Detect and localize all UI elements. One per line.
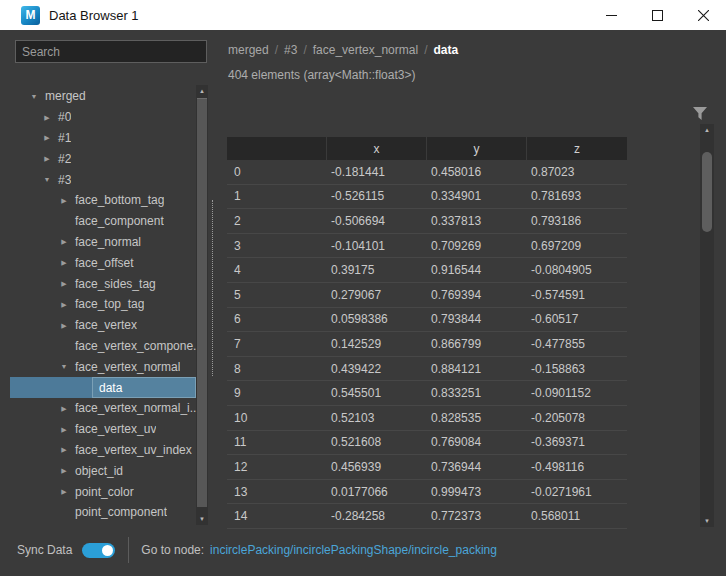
search-input[interactable] [15,40,207,63]
chevron-collapsed-icon[interactable]: ▶ [55,488,73,495]
chevron-collapsed-icon[interactable]: ▶ [38,134,56,141]
column-header-z[interactable]: z [527,137,627,160]
tree-item-face-vertex[interactable]: ▶face_vertex [10,315,196,336]
scroll-down-icon[interactable]: ▼ [196,513,208,525]
breadcrumb-segment[interactable]: data [433,43,458,57]
chevron-collapsed-icon[interactable]: ▶ [55,197,73,204]
tree-item-face-offset[interactable]: ▶face_offset [10,252,196,273]
close-button[interactable] [680,0,726,30]
chevron-collapsed-icon[interactable]: ▶ [55,322,73,329]
tree-item-face-component[interactable]: face_component [10,211,196,232]
tree-item-face-normal[interactable]: ▶face_normal [10,232,196,253]
tree-item-face-vertex-normal-i[interactable]: ▶face_vertex_normal_i... [10,398,196,419]
tree-item-label: face_bottom_tag [73,193,164,207]
chevron-collapsed-icon[interactable]: ▶ [38,114,56,121]
table-row[interactable]: 60.05983860.793844-0.60517 [227,308,627,333]
filter-icon[interactable] [690,104,710,124]
value-cell: -0.369371 [527,435,627,449]
tree-item-face-vertex-uv[interactable]: ▶face_vertex_uv [10,419,196,440]
tree-item-merged[interactable]: ▼merged [10,86,196,107]
table-row[interactable]: 90.5455010.833251-0.0901152 [227,381,627,406]
maximize-button[interactable] [634,0,680,30]
table-row[interactable]: 2-0.5066940.3378130.793186 [227,209,627,234]
table-row[interactable]: 50.2790670.769394-0.574591 [227,283,627,308]
value-cell: 0.87023 [527,165,627,179]
tree-scrollbar[interactable]: ▲ ▼ [196,85,208,525]
table-row[interactable]: 100.521030.828535-0.205078 [227,406,627,431]
table-row[interactable]: 130.01770660.999473-0.0271961 [227,480,627,505]
chevron-collapsed-icon[interactable]: ▶ [55,467,73,474]
column-header-y[interactable]: y [427,137,527,160]
tree-item-face-bottom-tag[interactable]: ▶face_bottom_tag [10,190,196,211]
chevron-collapsed-icon[interactable]: ▶ [55,238,73,245]
chevron-collapsed-icon[interactable]: ▶ [55,259,73,266]
tree-scrollbar-thumb[interactable] [197,98,207,507]
scroll-down-icon[interactable]: ▼ [700,515,714,527]
value-cell: 0.793186 [527,214,627,228]
value-cell: -0.574591 [527,288,627,302]
tree-item-object-id[interactable]: ▶object_id [10,460,196,481]
tree-item-label: #1 [56,131,71,145]
table-row[interactable]: 110.5216080.769084-0.369371 [227,431,627,456]
breadcrumb-segment[interactable]: #3 [284,43,297,57]
scroll-up-icon[interactable]: ▲ [196,85,208,97]
value-cell: 0.39175 [327,263,427,277]
tree-item-face-vertex-compone[interactable]: face_vertex_compone... [10,336,196,357]
value-cell: 0.828535 [427,411,527,425]
chevron-collapsed-icon[interactable]: ▶ [55,405,73,412]
chevron-collapsed-icon[interactable]: ▶ [38,155,56,162]
tree-item-point-color[interactable]: ▶point_color [10,481,196,502]
table-scrollbar[interactable]: ▲ ▼ [700,124,714,527]
table-row[interactable]: 14-0.2842580.7723730.568011 [227,504,627,529]
tree-item-#0[interactable]: ▶#0 [10,107,196,128]
panel-splitter[interactable] [212,200,213,376]
column-header-x[interactable]: x [327,137,427,160]
tree-item-#1[interactable]: ▶#1 [10,128,196,149]
column-header-index[interactable] [227,137,327,160]
tree-item-face-sides-tag[interactable]: ▶face_sides_tag [10,273,196,294]
minimize-icon [606,10,617,21]
tree-item-#2[interactable]: ▶#2 [10,148,196,169]
row-index-cell: 7 [227,337,327,351]
row-index-cell: 5 [227,288,327,302]
row-index-cell: 8 [227,362,327,376]
table-row[interactable]: 1-0.5261150.3349010.781693 [227,185,627,210]
minimize-button[interactable] [588,0,634,30]
breadcrumb-segment[interactable]: merged [228,43,269,57]
tree-item-face-vertex-uv-index[interactable]: ▶face_vertex_uv_index [10,440,196,461]
tree-item-label: face_vertex_normal_i... [73,401,196,415]
tree-item-point-component[interactable]: point_component [10,502,196,523]
element-count: 404 elements (array<Math::float3>) [228,68,415,82]
tree-item-data[interactable]: data [10,377,196,398]
table-row[interactable]: 40.391750.916544-0.0804905 [227,258,627,283]
table-scrollbar-thumb[interactable] [702,152,712,232]
table-row[interactable]: 3-0.1041010.7092690.697209 [227,234,627,259]
chevron-collapsed-icon[interactable]: ▶ [55,280,73,287]
tree-item-#3[interactable]: ▼#3 [10,169,196,190]
table-row[interactable]: 120.4569390.736944-0.498116 [227,455,627,480]
scroll-up-icon[interactable]: ▲ [700,124,714,136]
tree-item-face-top-tag[interactable]: ▶face_top_tag [10,294,196,315]
window-body: ▼merged▶#0▶#1▶#2▼#3▶face_bottom_tagface_… [0,30,726,576]
chevron-collapsed-icon[interactable]: ▶ [55,446,73,453]
table-row[interactable]: 80.4394220.884121-0.158863 [227,357,627,382]
chevron-expanded-icon[interactable]: ▼ [55,363,73,370]
row-index-cell: 9 [227,386,327,400]
row-index-cell: 13 [227,485,327,499]
table-row[interactable]: 0-0.1814410.4580160.87023 [227,160,627,185]
table-row[interactable]: 70.1425290.866799-0.477855 [227,332,627,357]
value-cell: -0.158863 [527,362,627,376]
chevron-expanded-icon[interactable]: ▼ [25,93,43,100]
chevron-expanded-icon[interactable]: ▼ [38,176,56,183]
sync-data-toggle[interactable] [82,543,115,558]
breadcrumb-segment[interactable]: face_vertex_normal [313,43,418,57]
goto-node-link[interactable]: incirclePacking/incirclePackingShape/inc… [210,543,497,557]
tree-item-face-vertex-normal[interactable]: ▼face_vertex_normal [10,356,196,377]
chevron-collapsed-icon[interactable]: ▶ [55,426,73,433]
window-title: Data Browser 1 [49,8,139,23]
tree-item-label: face_sides_tag [73,277,156,291]
breadcrumb: merged/#3/face_vertex_normal/data [228,43,458,57]
close-icon [698,10,709,21]
chevron-collapsed-icon[interactable]: ▶ [55,301,73,308]
value-cell: 0.916544 [427,263,527,277]
